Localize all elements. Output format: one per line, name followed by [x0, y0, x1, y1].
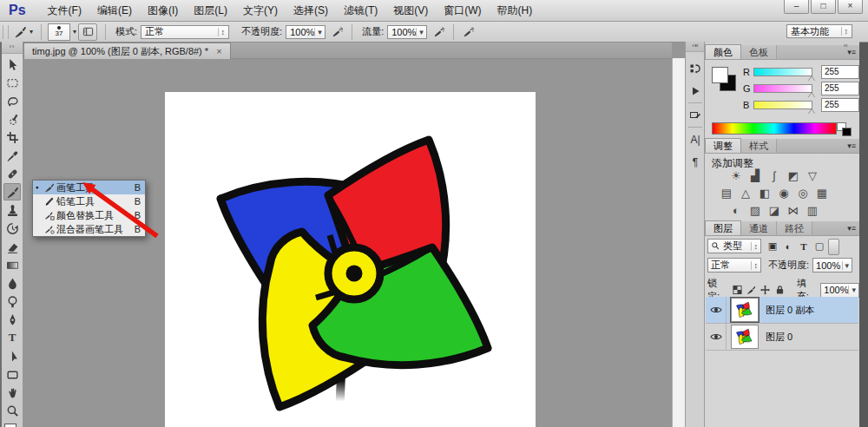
- layer-name[interactable]: 图层 0: [766, 331, 792, 344]
- history-panel-icon[interactable]: [687, 61, 703, 76]
- tool-lasso[interactable]: [3, 92, 21, 109]
- brush-tool-preset-icon[interactable]: ▾: [14, 25, 33, 38]
- brightness-contrast-icon[interactable]: ☀: [727, 169, 745, 183]
- vibrance-icon[interactable]: ▽: [804, 169, 821, 183]
- tool-rectangle-shape[interactable]: [3, 365, 21, 383]
- menu-type[interactable]: 文字(Y): [235, 0, 286, 21]
- tool-gradient[interactable]: [3, 256, 21, 273]
- invert-icon[interactable]: ◐: [727, 204, 745, 218]
- tool-clone-stamp[interactable]: [3, 201, 21, 219]
- layer-row-copy[interactable]: 图层 0 副本: [706, 297, 858, 324]
- lock-transparent-pixels-icon[interactable]: [732, 285, 743, 295]
- flyout-item-pencil-tool[interactable]: 铅笔工具 B: [33, 194, 145, 208]
- filter-shape-layers-icon[interactable]: ▢: [814, 240, 825, 252]
- menu-select[interactable]: 选择(S): [286, 0, 336, 21]
- maximize-button[interactable]: □: [811, 0, 836, 14]
- color-spectrum-ramp[interactable]: [712, 122, 837, 135]
- flow-select[interactable]: 100% ▾: [387, 25, 427, 39]
- tab-paths[interactable]: 路径: [777, 221, 812, 235]
- posterize-icon[interactable]: ▨: [746, 204, 764, 218]
- tool-brush[interactable]: [3, 183, 21, 200]
- layer-visibility-toggle[interactable]: [706, 297, 727, 323]
- green-slider[interactable]: [753, 84, 812, 93]
- tool-eraser[interactable]: [3, 238, 21, 255]
- opacity-select[interactable]: 100% ▾: [286, 25, 326, 39]
- tool-crop[interactable]: [3, 128, 21, 146]
- clone-source-panel-icon[interactable]: [687, 108, 703, 123]
- dock-grip-icon[interactable]: ‹‹: [694, 43, 699, 49]
- foreground-color-swatch[interactable]: [712, 67, 728, 83]
- layer-filter-type-select[interactable]: 类型 ↕: [707, 239, 761, 253]
- character-panel-icon[interactable]: A|: [687, 132, 703, 148]
- menu-image[interactable]: 图像(I): [140, 0, 186, 21]
- black-swatch[interactable]: [842, 128, 852, 136]
- green-value-field[interactable]: 255: [821, 82, 859, 95]
- panel-menu-icon[interactable]: ▾≡: [847, 224, 856, 233]
- toggle-brush-panel-button[interactable]: [78, 23, 97, 41]
- menu-file[interactable]: 文件(F): [40, 0, 89, 21]
- menu-window[interactable]: 窗口(W): [436, 0, 489, 21]
- tab-styles[interactable]: 样式: [741, 139, 777, 153]
- tab-color[interactable]: 颜色: [705, 44, 741, 59]
- tool-spot-healing-brush[interactable]: [3, 165, 21, 182]
- tab-close-icon[interactable]: ×: [216, 46, 221, 56]
- tab-channels[interactable]: 通道: [741, 221, 777, 235]
- document-canvas[interactable]: [165, 92, 536, 427]
- layer-row-original[interactable]: 图层 0: [706, 324, 858, 351]
- tools-panel-collapse-handle[interactable]: ‹‹: [2, 42, 23, 54]
- layer-fill-select[interactable]: 100% ▾: [820, 283, 859, 298]
- paragraph-panel-icon[interactable]: ¶: [687, 154, 703, 170]
- tool-dodge[interactable]: [3, 292, 21, 310]
- black-white-icon[interactable]: ◧: [756, 187, 773, 200]
- panel-menu-icon[interactable]: ▾≡: [847, 141, 856, 150]
- menu-help[interactable]: 帮助(H): [490, 0, 541, 21]
- threshold-icon[interactable]: ◪: [766, 204, 783, 218]
- layer-filter-toggle[interactable]: [828, 239, 839, 255]
- red-slider[interactable]: [753, 68, 812, 76]
- flyout-item-color-replacement-tool[interactable]: 颜色替换工具 B: [33, 208, 145, 222]
- panels-grip-icon[interactable]: ‹‹: [844, 43, 848, 49]
- foreground-background-swatches[interactable]: [4, 424, 21, 427]
- layer-thumbnail[interactable]: [731, 298, 759, 322]
- close-button[interactable]: ×: [838, 0, 863, 14]
- lock-image-pixels-icon[interactable]: [746, 285, 757, 295]
- tool-horizontal-type[interactable]: T: [3, 329, 21, 346]
- tool-zoom[interactable]: [3, 402, 21, 419]
- actions-panel-icon[interactable]: [687, 83, 703, 99]
- tool-pen[interactable]: [3, 311, 21, 328]
- vertical-scrollbar[interactable]: [672, 58, 685, 427]
- gradient-map-icon[interactable]: ▥: [804, 204, 821, 218]
- curves-icon[interactable]: ∫: [766, 169, 783, 183]
- hue-saturation-icon[interactable]: ▤: [718, 187, 735, 200]
- lock-position-icon[interactable]: [760, 285, 771, 295]
- levels-icon[interactable]: ▟: [746, 169, 764, 183]
- filter-type-layers-icon[interactable]: T: [799, 241, 809, 252]
- red-value-field[interactable]: 255: [821, 65, 859, 79]
- menu-layer[interactable]: 图层(L): [186, 0, 235, 21]
- tool-move[interactable]: [3, 56, 21, 73]
- tab-layers[interactable]: 图层: [705, 220, 741, 235]
- minimize-button[interactable]: –: [784, 0, 809, 14]
- flyout-item-mixer-brush-tool[interactable]: 混合器画笔工具 B: [33, 222, 145, 236]
- tab-adjustments[interactable]: 调整: [705, 138, 741, 153]
- filter-pixel-layers-icon[interactable]: ▣: [767, 240, 778, 252]
- color-lookup-icon[interactable]: ▦: [813, 187, 831, 200]
- foreground-color-swatch[interactable]: [4, 424, 16, 427]
- photo-filter-icon[interactable]: ◉: [775, 187, 792, 200]
- tool-path-selection[interactable]: [3, 347, 21, 365]
- tool-hand[interactable]: [3, 384, 21, 401]
- workspace-switcher[interactable]: 基本功能 ↕: [786, 24, 852, 38]
- blue-value-field[interactable]: 255: [821, 98, 859, 112]
- layer-name[interactable]: 图层 0 副本: [766, 304, 814, 317]
- layer-blend-mode-select[interactable]: 正常 ↕: [707, 258, 761, 273]
- filter-adjustment-layers-icon[interactable]: ◐: [783, 241, 793, 252]
- brush-preset-picker-caret[interactable]: ▾: [73, 28, 76, 36]
- airbrush-toggle-icon[interactable]: [432, 25, 445, 38]
- tool-quick-selection[interactable]: [3, 110, 21, 128]
- slider-thumb[interactable]: [808, 109, 815, 115]
- blend-mode-select[interactable]: 正常 ↕: [141, 25, 229, 39]
- tool-eyedropper[interactable]: [3, 147, 21, 164]
- channel-mixer-icon[interactable]: ◎: [794, 187, 812, 200]
- tool-history-brush[interactable]: [3, 220, 21, 237]
- menu-view[interactable]: 视图(V): [385, 0, 436, 21]
